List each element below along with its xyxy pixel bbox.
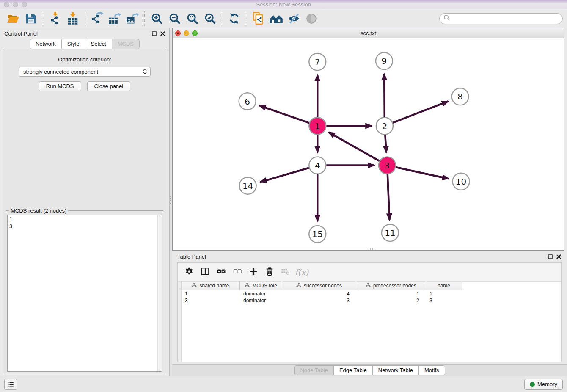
- select-all-checkboxes-button[interactable]: [213, 265, 229, 280]
- edge-1-6[interactable]: [259, 105, 309, 123]
- table-cell[interactable]: 1: [356, 290, 426, 297]
- network-canvas[interactable]: 7968124314101511: [173, 38, 564, 250]
- add-column-icon: [249, 267, 258, 278]
- export-image-button[interactable]: [124, 11, 141, 27]
- deselect-all-checkboxes-button[interactable]: [229, 265, 245, 280]
- edge-3-10[interactable]: [396, 167, 449, 179]
- tab-select[interactable]: Select: [85, 39, 112, 49]
- first-neighbors-icon: [269, 13, 283, 24]
- column-header-predecessor-nodes[interactable]: predecessor nodes: [356, 282, 426, 290]
- canvas-resize-grip[interactable]: [369, 248, 374, 250]
- edge-4-14[interactable]: [260, 168, 309, 182]
- graph-node-15[interactable]: 15: [309, 226, 326, 243]
- zoom-selected-button[interactable]: [201, 11, 219, 27]
- graph-node-2[interactable]: 2: [376, 117, 393, 134]
- zoom-fit-button[interactable]: [183, 11, 201, 27]
- hide-selected-button[interactable]: [285, 11, 303, 27]
- graph-node-6[interactable]: 6: [239, 93, 256, 110]
- table-row[interactable]: 1dominator411: [182, 290, 561, 297]
- splitter-grip-icon: [170, 196, 171, 204]
- graph-node-4[interactable]: 4: [309, 157, 326, 174]
- export-image-icon: [126, 13, 139, 25]
- close-panel-icon[interactable]: [160, 31, 165, 36]
- float-panel-icon[interactable]: [152, 31, 157, 36]
- settings-gear-button[interactable]: [181, 265, 197, 280]
- edge-2-8[interactable]: [393, 101, 448, 123]
- zoom-in-button[interactable]: [148, 11, 165, 27]
- delete-column-button[interactable]: [261, 265, 278, 280]
- graph-node-8[interactable]: 8: [452, 88, 469, 105]
- run-mcds-button[interactable]: Run MCDS: [39, 81, 81, 91]
- show-hidden-button: [303, 11, 320, 27]
- import-network-button[interactable]: [46, 11, 64, 27]
- graph-node-7[interactable]: 7: [309, 53, 326, 70]
- result-scrollbar[interactable]: [157, 215, 162, 371]
- column-header-MCDS-role[interactable]: MCDS role: [240, 282, 282, 290]
- memory-label: Memory: [537, 381, 557, 387]
- graph-node-9[interactable]: 9: [376, 52, 393, 69]
- node-label: 2: [382, 121, 388, 131]
- edge-2-3[interactable]: [385, 135, 386, 152]
- table-cell[interactable]: 2: [356, 297, 426, 304]
- task-history-button[interactable]: [4, 379, 17, 390]
- table-cell[interactable]: dominator: [240, 297, 282, 304]
- table-cell[interactable]: 3: [282, 297, 356, 304]
- zoom-out-button[interactable]: [165, 11, 183, 27]
- memory-button[interactable]: Memory: [524, 379, 563, 390]
- panel-splitter[interactable]: [169, 28, 172, 376]
- import-table-button[interactable]: [64, 11, 82, 27]
- mcds-result-text[interactable]: 13: [7, 215, 162, 372]
- control-panel-title: Control Panel: [4, 30, 38, 37]
- new-network-from-selection-button[interactable]: [249, 11, 267, 27]
- export-table-button[interactable]: [106, 11, 124, 27]
- first-neighbors-button[interactable]: [267, 11, 285, 27]
- node-label: 8: [457, 91, 463, 102]
- tab-network-table[interactable]: Network Table: [372, 365, 419, 375]
- search-box[interactable]: [439, 13, 563, 24]
- column-header-shared-name[interactable]: shared name: [182, 282, 240, 290]
- table-cell[interactable]: 3: [182, 297, 240, 304]
- tab-node-table[interactable]: Node Table: [294, 365, 334, 375]
- column-header-successor-nodes[interactable]: successor nodes: [282, 282, 356, 290]
- search-input[interactable]: [452, 15, 559, 22]
- graph-node-1[interactable]: 1: [309, 117, 326, 134]
- table-cell[interactable]: 1: [182, 290, 240, 297]
- save-session-button[interactable]: [22, 11, 40, 27]
- import-network-icon: [49, 12, 61, 25]
- graph-node-3[interactable]: 3: [379, 157, 396, 174]
- tab-motifs[interactable]: Motifs: [418, 365, 445, 375]
- table-cell[interactable]: dominator: [240, 290, 282, 297]
- tab-style[interactable]: Style: [61, 39, 85, 49]
- function-builder-button: f(x): [294, 265, 310, 280]
- tab-edge-table[interactable]: Edge Table: [333, 365, 373, 375]
- table-row[interactable]: 3dominator323: [182, 297, 561, 304]
- graph-node-14[interactable]: 14: [239, 177, 256, 194]
- graph-node-10[interactable]: 10: [453, 173, 470, 190]
- save-session-icon: [25, 12, 37, 25]
- close-table-panel-icon[interactable]: [556, 254, 561, 259]
- add-column-button[interactable]: [245, 265, 261, 280]
- edge-2-9[interactable]: [384, 74, 385, 117]
- tab-network[interactable]: Network: [30, 39, 62, 49]
- close-panel-button[interactable]: Close panel: [87, 81, 131, 91]
- edge-3-11[interactable]: [388, 174, 390, 220]
- split-columns-button[interactable]: [197, 265, 213, 280]
- table-cell[interactable]: 4: [282, 290, 356, 297]
- node-label: 6: [245, 96, 250, 106]
- node-label: 1: [315, 121, 320, 131]
- column-header-name[interactable]: name: [426, 282, 462, 290]
- table-header-row: shared nameMCDS rolesuccessor nodesprede…: [182, 282, 561, 290]
- graph-node-11[interactable]: 11: [382, 224, 399, 241]
- control-panel-tabs: NetworkStyleSelectMCDS: [0, 39, 169, 49]
- optimization-criterion-select[interactable]: strongly connected component: [19, 67, 151, 77]
- table-cell[interactable]: 3: [426, 297, 462, 304]
- float-table-panel-icon[interactable]: [548, 254, 553, 259]
- node-table: shared nameMCDS rolesuccessor nodesprede…: [177, 281, 562, 362]
- edge-3-1[interactable]: [328, 132, 379, 161]
- hide-selected-icon: [287, 13, 300, 25]
- open-folder-button[interactable]: [4, 11, 22, 27]
- table-cell[interactable]: 1: [426, 290, 462, 297]
- export-network-button[interactable]: [88, 11, 106, 27]
- tab-mcds[interactable]: MCDS: [112, 39, 140, 49]
- refresh-button[interactable]: [225, 11, 243, 27]
